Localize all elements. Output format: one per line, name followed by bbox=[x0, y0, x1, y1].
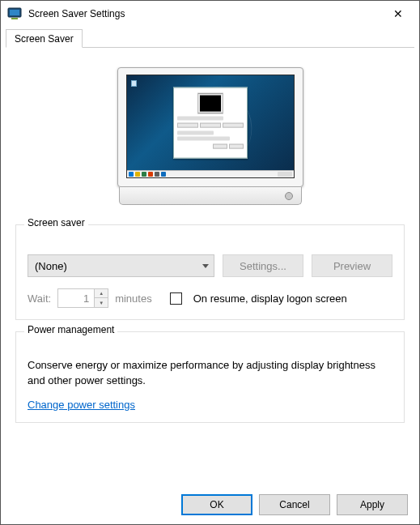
desktop-recycle-icon bbox=[131, 80, 137, 87]
svg-rect-1 bbox=[10, 10, 19, 15]
taskbar-preview bbox=[127, 170, 294, 177]
wait-label: Wait: bbox=[28, 292, 51, 305]
screensaver-group-label: Screen saver bbox=[24, 217, 88, 228]
tab-strip: Screen Saver bbox=[1, 28, 419, 48]
chevron-down-icon bbox=[202, 264, 209, 268]
monitor-base bbox=[119, 187, 302, 205]
resume-checkbox-label: On resume, display logon screen bbox=[193, 292, 347, 305]
close-icon: ✕ bbox=[393, 7, 403, 20]
minutes-label: minutes bbox=[115, 292, 152, 305]
ok-button[interactable]: OK bbox=[181, 494, 252, 515]
screensaver-group: Screen saver (None) Settings... Preview … bbox=[15, 224, 405, 320]
preview-button[interactable]: Preview bbox=[312, 254, 392, 277]
monitor-preview bbox=[117, 67, 303, 205]
svg-rect-2 bbox=[11, 18, 18, 19]
power-description: Conserve energy or maximize performance … bbox=[28, 358, 392, 389]
nested-dialog-preview bbox=[173, 88, 248, 159]
screensaver-selected-value: (None) bbox=[35, 260, 67, 272]
spinner-up-button[interactable]: ▲ bbox=[95, 289, 108, 298]
titlebar: Screen Saver Settings ✕ bbox=[1, 1, 419, 27]
apply-button[interactable]: Apply bbox=[337, 494, 408, 515]
app-icon bbox=[7, 6, 22, 21]
dialog-footer: OK Cancel Apply bbox=[1, 485, 419, 524]
monitor-frame bbox=[117, 67, 303, 187]
tab-screen-saver[interactable]: Screen Saver bbox=[6, 29, 83, 48]
monitor-power-led-icon bbox=[285, 192, 293, 200]
window-title: Screen Saver Settings bbox=[28, 8, 380, 19]
tab-content: Screen saver (None) Settings... Preview … bbox=[1, 48, 419, 485]
preview-area bbox=[15, 59, 405, 224]
wait-spinner[interactable]: ▲ ▼ bbox=[57, 288, 108, 308]
power-management-group: Power management Conserve energy or maxi… bbox=[15, 331, 405, 423]
screen-saver-settings-window: Screen Saver Settings ✕ Screen Saver bbox=[0, 0, 420, 525]
monitor-screen bbox=[126, 75, 295, 178]
close-button[interactable]: ✕ bbox=[380, 2, 416, 26]
resume-checkbox[interactable] bbox=[170, 292, 182, 305]
power-group-label: Power management bbox=[24, 324, 117, 335]
wait-input[interactable] bbox=[58, 289, 94, 307]
cancel-button[interactable]: Cancel bbox=[259, 494, 330, 515]
change-power-settings-link[interactable]: Change power settings bbox=[28, 399, 135, 411]
screensaver-dropdown[interactable]: (None) bbox=[28, 254, 214, 277]
spinner-down-button[interactable]: ▼ bbox=[95, 298, 108, 307]
settings-button[interactable]: Settings... bbox=[223, 254, 303, 277]
